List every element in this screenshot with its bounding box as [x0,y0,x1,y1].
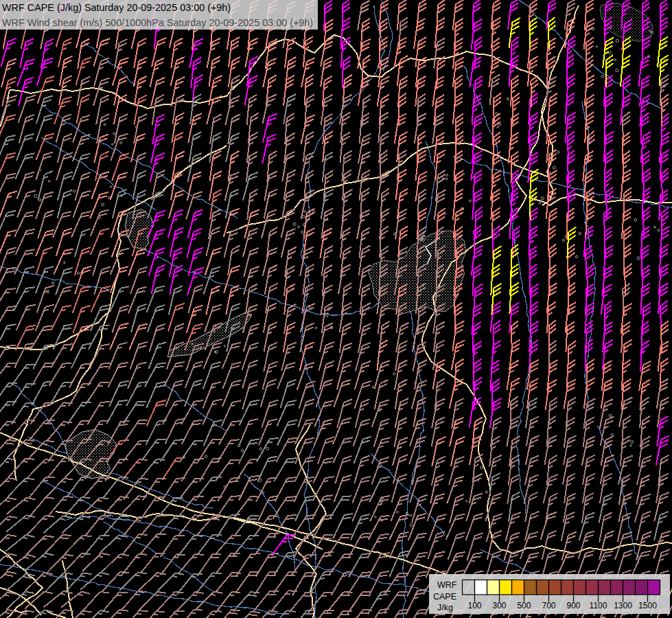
svg-text:300: 300 [492,601,506,610]
svg-text:1300: 1300 [614,601,632,610]
svg-text:WRF: WRF [437,580,457,590]
svg-text:100: 100 [467,601,481,610]
svg-text:1500: 1500 [638,601,657,610]
svg-text:WRF CAPE (J/kg) Saturday 20-09: WRF CAPE (J/kg) Saturday 20-09-2025 03:0… [2,2,231,13]
svg-text:700: 700 [542,601,555,610]
svg-text:900: 900 [566,601,580,610]
svg-text:500: 500 [517,601,531,610]
svg-text:1100: 1100 [590,601,607,610]
svg-text:J/kg: J/kg [437,603,453,613]
svg-text:WRF Wind shear (m/s) 500/1000h: WRF Wind shear (m/s) 500/1000hPa Saturda… [2,17,313,28]
svg-text:CAPE: CAPE [433,592,456,602]
